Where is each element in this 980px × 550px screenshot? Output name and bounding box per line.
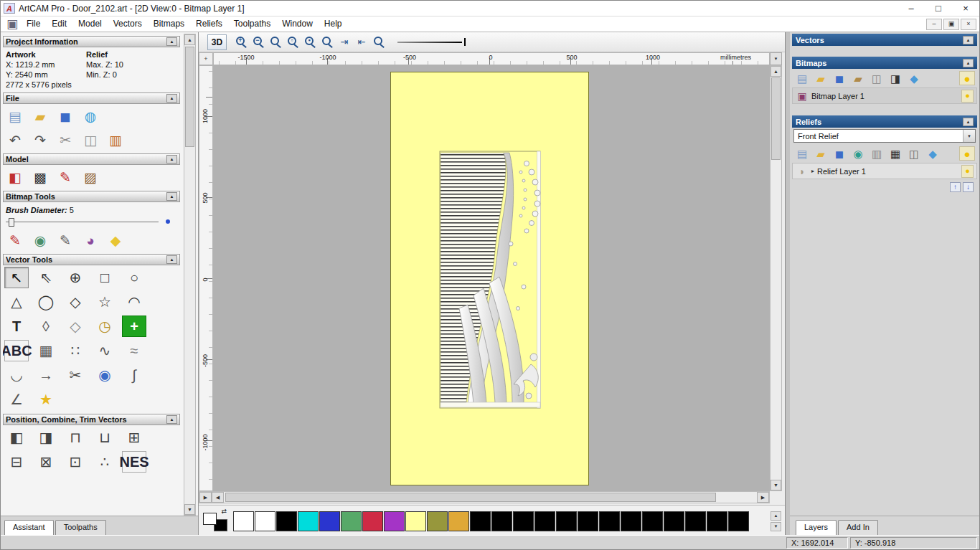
colour-swatch[interactable] xyxy=(578,511,598,531)
bitmap-layer-visibility-icon[interactable]: ● xyxy=(961,90,974,103)
scrollbar-thumb[interactable] xyxy=(771,77,781,160)
redo-icon[interactable]: ↷ xyxy=(31,131,50,148)
tab-add-in[interactable]: Add In xyxy=(838,520,878,535)
menu-item-window[interactable]: Window xyxy=(276,16,319,32)
clear-bitmap-layer-icon[interactable]: ◆ xyxy=(906,71,922,85)
pixel-paint-icon[interactable]: ✎ xyxy=(56,232,75,249)
copy-icon[interactable]: ◫ xyxy=(81,131,100,148)
colour-swatch[interactable] xyxy=(513,511,534,531)
open-relief-layer-icon[interactable]: ▰ xyxy=(813,146,829,161)
section-header-vector-tools[interactable]: Vector Tools ▲ xyxy=(3,254,180,265)
colour-swatch[interactable] xyxy=(233,511,254,531)
measure-tool-icon[interactable]: ⊡ xyxy=(63,451,88,473)
menu-item-bitmaps[interactable]: Bitmaps xyxy=(148,16,190,32)
section-header-position-combine-trim[interactable]: Position, Combine, Trim Vectors ▲ xyxy=(3,414,180,425)
zoom-previous-button[interactable] xyxy=(270,37,279,45)
create-arc-icon[interactable]: ◠ xyxy=(122,291,146,313)
vectors-section-header[interactable]: Vectors ▲ xyxy=(792,34,977,46)
menu-item-reliefs[interactable]: Reliefs xyxy=(190,16,228,32)
move-layer-up-button[interactable]: ↑ xyxy=(950,182,961,192)
menu-item-edit[interactable]: Edit xyxy=(46,16,72,32)
create-rectangle-icon[interactable]: □ xyxy=(93,267,117,288)
zoom-objects-button[interactable] xyxy=(322,37,331,45)
section-header-model[interactable]: Model ▲ xyxy=(3,153,180,165)
colour-swatch[interactable] xyxy=(276,511,297,531)
scrollbar-thumb[interactable] xyxy=(185,47,194,147)
scroll-down-icon[interactable]: ▼ xyxy=(771,480,781,490)
scroll-up-icon[interactable]: ▲ xyxy=(184,34,195,45)
eraser-icon[interactable]: ◆ xyxy=(106,232,125,249)
node-editing-icon[interactable]: ⇖ xyxy=(34,267,58,288)
colour-swatch[interactable] xyxy=(298,511,319,531)
align-centre-icon[interactable]: ⊞ xyxy=(122,427,146,448)
create-polyline-icon[interactable]: △ xyxy=(4,291,29,313)
collapse-section-icon[interactable]: ▲ xyxy=(963,36,974,44)
colour-swatch[interactable] xyxy=(319,511,340,531)
mdi-restore-button[interactable]: ▣ xyxy=(943,19,959,30)
align-right-icon[interactable]: ◨ xyxy=(34,427,58,448)
new-relief-layer-icon[interactable]: ▤ xyxy=(794,146,810,161)
brush-diameter-slider[interactable] xyxy=(6,217,174,228)
colour-swatch[interactable] xyxy=(341,511,362,531)
mdi-minimize-button[interactable]: – xyxy=(926,19,942,30)
colour-swatch[interactable] xyxy=(491,511,512,531)
star-wizard-icon[interactable]: ★ xyxy=(34,389,58,410)
scroll-down-icon[interactable]: ▼ xyxy=(184,504,195,515)
merge-bitmap-layers-icon[interactable]: ▰ xyxy=(850,71,866,85)
collapse-section-icon[interactable]: ▲ xyxy=(963,59,974,67)
merge-relief-layers-icon[interactable]: ◉ xyxy=(850,146,866,161)
relief-layer-visibility-icon[interactable]: ● xyxy=(961,165,974,178)
colour-swatch[interactable] xyxy=(448,511,469,531)
colour-swatch[interactable] xyxy=(707,511,727,531)
colour-swatch[interactable] xyxy=(556,511,577,531)
swap-colours-icon[interactable]: ⇄ xyxy=(221,508,227,515)
palette-scroll-up-icon[interactable]: ▲ xyxy=(771,511,781,521)
create-polygon-icon[interactable]: ◇ xyxy=(63,291,88,313)
export-model-icon[interactable]: ◍ xyxy=(81,108,100,125)
tab-assistant[interactable]: Assistant xyxy=(4,520,54,535)
colour-swatch[interactable] xyxy=(405,511,426,531)
create-star-icon[interactable]: ☆ xyxy=(93,291,117,313)
transform-vectors-icon[interactable]: ⊕ xyxy=(63,267,88,288)
zoom-selected-button[interactable] xyxy=(374,37,382,45)
collapse-section-icon[interactable]: ▲ xyxy=(166,94,177,103)
menu-item-model[interactable]: Model xyxy=(72,16,108,32)
pane-split-icon[interactable]: ▶ xyxy=(199,492,212,503)
menu-item-help[interactable]: Help xyxy=(319,16,348,32)
colour-swatch[interactable] xyxy=(599,511,620,531)
colour-swatch[interactable] xyxy=(728,511,749,531)
wrap-text-icon[interactable]: ◊ xyxy=(34,316,58,337)
zoom-fit-button[interactable]: ▪ xyxy=(305,37,314,45)
section-header-bitmap-tools[interactable]: Bitmap Tools ▲ xyxy=(3,191,180,202)
open-model-icon[interactable]: ▰ xyxy=(31,108,50,125)
fit-arc-icon[interactable]: ◡ xyxy=(4,364,29,386)
colour-swatch[interactable] xyxy=(384,511,405,531)
create-ellipse-icon[interactable]: ◯ xyxy=(34,291,58,313)
bitmap-to-vector-icon[interactable]: + xyxy=(122,316,146,337)
relief-select[interactable]: Front Relief ▼ xyxy=(793,129,976,143)
tab-toolpaths[interactable]: Toolpaths xyxy=(55,520,106,535)
zoom-window-button[interactable]: ▫ xyxy=(288,37,296,45)
calculate-relief-icon[interactable]: ▦ xyxy=(887,146,903,161)
colour-swatch[interactable] xyxy=(664,511,684,531)
view-3d-button[interactable]: 3D xyxy=(207,34,227,50)
current-colours[interactable]: ⇄ xyxy=(202,510,228,532)
group-vectors-icon[interactable]: ⊠ xyxy=(34,451,58,473)
block-copy-icon[interactable]: ⊟ xyxy=(4,451,29,473)
collapse-section-icon[interactable]: ▲ xyxy=(166,37,177,46)
block-paste-icon[interactable]: ∷ xyxy=(63,340,88,361)
set-model-size-icon[interactable]: ◧ xyxy=(6,169,24,186)
colour-swatch[interactable] xyxy=(255,511,275,531)
vertical-scrollbar[interactable]: ▲ ▼ xyxy=(770,65,782,491)
save-relief-layer-icon[interactable]: ◼ xyxy=(831,146,847,161)
colour-swatch[interactable] xyxy=(534,511,555,531)
scroll-right-icon[interactable]: ▶ xyxy=(757,492,769,503)
colour-swatch[interactable] xyxy=(427,511,448,531)
scrollbar-thumb[interactable] xyxy=(225,493,716,502)
palette-scroll-down-icon[interactable]: ▼ xyxy=(771,522,781,531)
menu-item-toolpaths[interactable]: Toolpaths xyxy=(228,16,276,32)
copy-bitmap-layer-icon[interactable]: ◫ xyxy=(869,71,885,85)
collapse-section-icon[interactable]: ▲ xyxy=(166,255,177,264)
section-header-file[interactable]: File ▲ xyxy=(3,93,180,104)
toggle-all-bitmap-visibility-icon[interactable]: ● xyxy=(959,71,975,85)
